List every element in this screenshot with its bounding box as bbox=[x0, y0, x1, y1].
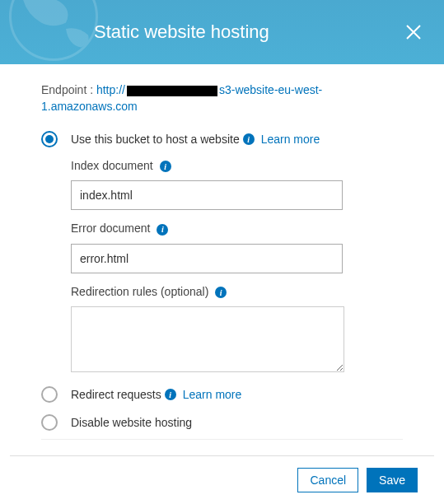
host-website-fields: Index document i Error document i Redire… bbox=[71, 159, 403, 375]
learn-more-link[interactable]: Learn more bbox=[261, 133, 320, 146]
dialog-title: Static website hosting bbox=[94, 21, 269, 43]
error-document-label: Error document i bbox=[71, 222, 403, 235]
index-document-label: Index document i bbox=[71, 159, 403, 172]
radio-disable-hosting[interactable] bbox=[41, 414, 58, 431]
redacted-bucket-name bbox=[127, 86, 217, 96]
info-icon[interactable]: i bbox=[165, 389, 176, 400]
cancel-button[interactable]: Cancel bbox=[297, 468, 358, 492]
learn-more-link[interactable]: Learn more bbox=[183, 388, 242, 401]
option-redirect-label: Redirect requests bbox=[71, 388, 161, 401]
option-host-label: Use this bucket to host a website bbox=[71, 133, 240, 146]
endpoint-url-prefix: http:// bbox=[96, 83, 125, 96]
redirection-rules-label-text: Redirection rules (optional) bbox=[71, 285, 208, 298]
option-host-website: Use this bucket to host a website i Lear… bbox=[41, 131, 403, 147]
error-document-label-text: Error document bbox=[71, 222, 150, 235]
info-icon[interactable]: i bbox=[215, 287, 227, 298]
info-icon[interactable]: i bbox=[157, 224, 168, 236]
save-button[interactable]: Save bbox=[367, 468, 418, 492]
error-document-input[interactable] bbox=[71, 244, 343, 273]
info-icon[interactable]: i bbox=[160, 161, 171, 172]
option-disable-label: Disable website hosting bbox=[71, 416, 192, 429]
endpoint-text: Endpoint : http://s3-website-eu-west-1.a… bbox=[41, 82, 403, 114]
dialog-header: Static website hosting bbox=[0, 0, 444, 64]
svg-point-0 bbox=[11, 0, 97, 60]
option-disable-hosting: Disable website hosting bbox=[41, 414, 403, 431]
endpoint-label: Endpoint : bbox=[41, 83, 96, 96]
option-redirect-requests: Redirect requests i Learn more bbox=[41, 386, 403, 403]
radio-host-website[interactable] bbox=[41, 131, 58, 147]
index-document-label-text: Index document bbox=[71, 159, 153, 172]
dialog-footer: Cancel Save bbox=[10, 455, 434, 504]
close-icon[interactable] bbox=[403, 18, 424, 46]
redirection-rules-input[interactable] bbox=[71, 306, 344, 372]
redirection-rules-label: Redirection rules (optional) i bbox=[71, 285, 403, 298]
info-icon[interactable]: i bbox=[243, 133, 255, 145]
index-document-input[interactable] bbox=[71, 180, 343, 210]
divider bbox=[41, 439, 403, 440]
dialog-content: Endpoint : http://s3-website-eu-west-1.a… bbox=[0, 64, 444, 453]
radio-redirect-requests[interactable] bbox=[41, 386, 58, 403]
